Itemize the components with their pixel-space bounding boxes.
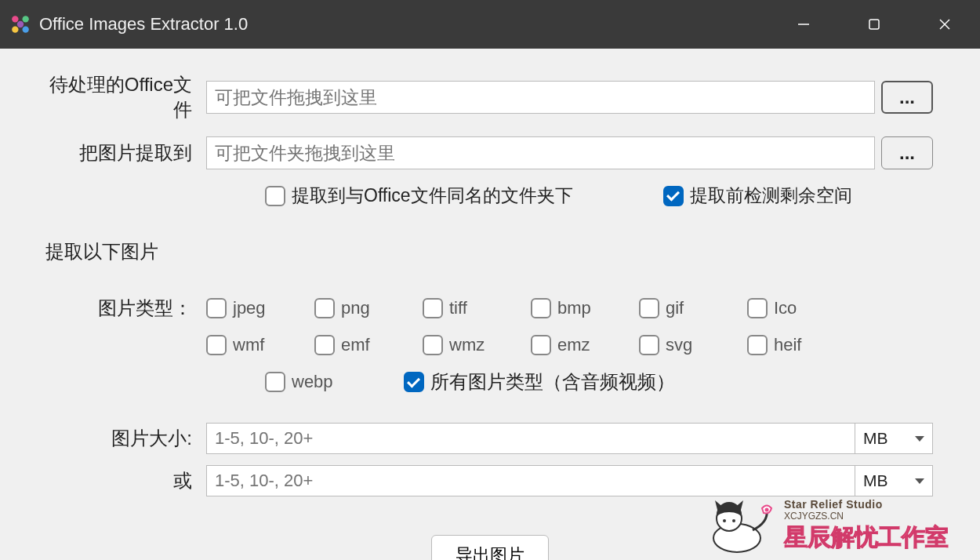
- or-label: 或: [38, 468, 206, 493]
- watermark: Star Relief Studio XCJYGZS.CN 星辰解忧工作室: [698, 491, 949, 554]
- window-controls: [768, 0, 980, 49]
- type-bmp[interactable]: bmp: [531, 298, 639, 318]
- type-tiff[interactable]: tiff: [423, 298, 531, 318]
- same-name-folder-checkbox[interactable]: [265, 186, 285, 206]
- check-space-checkbox[interactable]: [663, 186, 684, 206]
- type-ico[interactable]: Ico: [747, 298, 855, 318]
- minimize-icon: [797, 17, 811, 31]
- type-gif[interactable]: gif: [639, 298, 747, 318]
- size-unit-select-1[interactable]: MB: [855, 423, 933, 454]
- input-file-field[interactable]: [206, 81, 875, 114]
- close-icon: [938, 17, 952, 31]
- options-row: 提取到与Office文件同名的文件夹下 提取前检测剩余空间: [38, 184, 933, 208]
- svg-point-3: [23, 27, 29, 33]
- watermark-url: XCJYGZS.CN: [784, 511, 949, 522]
- type-heif[interactable]: heif: [747, 335, 855, 355]
- svg-point-11: [723, 519, 726, 522]
- image-type-grid: 图片类型： jpeg png tiff bmp gif Ico wmf emf …: [38, 296, 933, 355]
- svg-point-4: [17, 21, 24, 27]
- svg-point-1: [23, 16, 29, 22]
- browse-output-button[interactable]: ...: [881, 136, 933, 169]
- type-svg[interactable]: svg: [639, 335, 747, 355]
- app-icon: [6, 10, 34, 38]
- type-webp[interactable]: webp: [265, 372, 333, 392]
- close-button[interactable]: [909, 0, 980, 49]
- chevron-down-icon: [915, 436, 924, 442]
- cat-icon: [698, 491, 776, 554]
- output-dir-row: 把图片提取到 ...: [38, 136, 933, 169]
- image-size-label: 图片大小:: [38, 426, 206, 451]
- window-title: Office Images Extractor 1.0: [39, 14, 248, 35]
- type-emf[interactable]: emf: [314, 335, 423, 355]
- browse-input-button[interactable]: ...: [881, 81, 933, 114]
- watermark-cn: 星辰解忧工作室: [784, 522, 949, 554]
- same-name-folder-option[interactable]: 提取到与Office文件同名的文件夹下: [265, 184, 573, 208]
- svg-point-2: [12, 27, 18, 33]
- type-jpeg[interactable]: jpeg: [206, 298, 314, 318]
- maximize-icon: [867, 17, 881, 31]
- extract-section-title: 提取以下图片: [45, 239, 933, 264]
- check-space-option[interactable]: 提取前检测剩余空间: [663, 184, 852, 208]
- type-png[interactable]: png: [314, 298, 423, 318]
- same-name-folder-label: 提取到与Office文件同名的文件夹下: [292, 184, 573, 208]
- size-row-1: 图片大小: MB: [38, 423, 933, 454]
- maximize-button[interactable]: [839, 0, 909, 49]
- svg-rect-6: [869, 20, 879, 29]
- output-dir-field[interactable]: [206, 136, 875, 169]
- export-button[interactable]: 导出图片: [431, 535, 549, 560]
- minimize-button[interactable]: [768, 0, 839, 49]
- watermark-en: Star Relief Studio: [784, 498, 949, 511]
- svg-point-13: [765, 508, 769, 512]
- output-dir-label: 把图片提取到: [38, 140, 206, 165]
- main-content: 待处理的Office文件 ... 把图片提取到 ... 提取到与Office文件…: [0, 49, 980, 496]
- svg-point-12: [732, 519, 735, 522]
- input-file-label: 待处理的Office文件: [38, 72, 206, 122]
- titlebar: Office Images Extractor 1.0: [0, 0, 980, 49]
- size-input-1[interactable]: [206, 423, 855, 454]
- type-wmz[interactable]: wmz: [423, 335, 531, 355]
- input-file-row: 待处理的Office文件 ...: [38, 72, 933, 122]
- all-types-label: 所有图片类型（含音频视频）: [430, 369, 675, 395]
- type-wmf[interactable]: wmf: [206, 335, 314, 355]
- all-types-row: webp 所有图片类型（含音频视频）: [38, 369, 933, 395]
- all-types-option[interactable]: 所有图片类型（含音频视频）: [404, 369, 675, 395]
- image-type-label: 图片类型：: [38, 296, 206, 321]
- chevron-down-icon: [915, 478, 924, 484]
- all-types-checkbox[interactable]: [404, 372, 424, 392]
- type-emz[interactable]: emz: [531, 335, 639, 355]
- check-space-label: 提取前检测剩余空间: [690, 184, 852, 208]
- svg-point-0: [12, 16, 18, 22]
